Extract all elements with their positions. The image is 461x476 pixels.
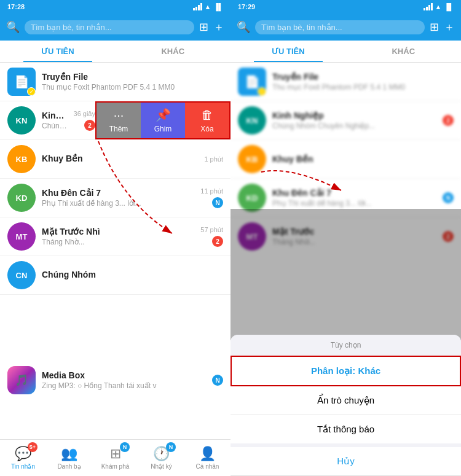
search-icon-right[interactable]: 🔍 (237, 20, 250, 34)
conv-kinh-right: KN Kinh Nghiệp Chúng Nhóm Chuyên Nghiệp.… (230, 101, 461, 140)
messages-badge: 5+ (28, 442, 37, 452)
conv-meta-kinh-nghiep: 36 giây 2 (74, 110, 95, 131)
conv-preview-media-box: Zing MP3: ○ Hồng Thanh tái xuất v (42, 381, 206, 390)
wifi-icon: ▲ (205, 3, 211, 10)
conv-mat-truoc[interactable]: MT Mặt Trước Nhì Tháng Nhờ... 57 phút 2 (0, 217, 230, 256)
add-icon-left[interactable]: ＋ (213, 20, 224, 34)
search-icon-left[interactable]: 🔍 (6, 20, 20, 34)
conv-body-truyen-file: Truyền File Thu mục Foxit Phantom PDF 5.… (42, 72, 217, 92)
profile-icon: 👤 (199, 446, 216, 462)
avatar-truyen-file: 📄 ✓ (7, 68, 36, 96)
tab-bar-contacts[interactable]: 👥 Danh bạ (46, 440, 92, 476)
tab-priority-right[interactable]: ƯU TIÊN (230, 41, 346, 62)
context-overlay: Tùy chọn Phân loại: Khác Ẩn trò chuyện T… (230, 209, 461, 476)
avatar-kinh-nghiep: KN (7, 106, 36, 135)
conv-name-mat-truoc: Mặt Trước Nhì (42, 227, 194, 236)
context-menu: Tùy chọn Phân loại: Khác Ẩn trò chuyện T… (230, 335, 461, 476)
conv-body-khu-den: Khu Đên Cải 7 Phụ Thi xuất dề hàng 3... … (42, 188, 194, 208)
contacts-label: Danh bạ (57, 463, 81, 470)
swipe-more-btn[interactable]: ··· Thêm (97, 103, 141, 138)
conv-meta-khuy-ben: 1 phút (204, 155, 223, 163)
avatar-file-right: 📄 ✓ (238, 68, 266, 96)
tab-other-left[interactable]: KHÁC (116, 41, 231, 62)
left-panel: 17:28 ▲ ▐▌ 🔍 ⊞ ＋ ƯU TIÊN KHÁC (0, 0, 230, 476)
tab-bar-left: 💬 Tin nhắn 5+ 👥 Danh bạ ⊞ Khám phá N 🕐 N… (0, 439, 230, 476)
swipe-delete-btn[interactable]: 🗑 Xóa (185, 103, 229, 138)
status-bar-left: 17:28 ▲ ▐▌ (0, 0, 230, 14)
status-bar-right: 17:29 ▲ ▐▌ (230, 0, 461, 14)
conv-media-box[interactable]: 🎵 Media Box Zing MP3: ○ Hồng Thanh tái x… (0, 361, 230, 399)
battery-icon: ▐▌ (213, 3, 223, 10)
search-wrap-right[interactable] (255, 20, 425, 34)
swipe-actions: ··· Thêm 📌 Ghim 🗑 Xóa (95, 101, 230, 139)
explore-badge: N (120, 442, 130, 452)
add-icon-right[interactable]: ＋ (444, 20, 455, 34)
tabs-right: ƯU TIÊN KHÁC (230, 41, 461, 63)
conv-name-truyen-file: Truyền File (42, 72, 217, 82)
status-icons-right: ▲ ▐▌ (424, 3, 454, 10)
conv-list-left: 📄 ✓ Truyền File Thu mục Foxit Phantom PD… (0, 63, 230, 439)
diary-label: Nhật ký (151, 463, 171, 470)
tab-priority-left[interactable]: ƯU TIÊN (0, 41, 116, 62)
conv-kinh-nghiep[interactable]: KN Kinh Nghiệp Chúng Nhóm Chuyên Nghiệp.… (0, 101, 230, 140)
conv-preview-khu-den: Phụ Thi xuất dề hàng 3... lời... (42, 199, 194, 208)
conv-chung-nhom[interactable]: CN Chúng Nhóm (0, 256, 230, 295)
conv-name-kinh-nghiep: Kinh Nghiệp (42, 111, 68, 120)
conv-preview-truyen-file: Thu mục Foxit Phantom PDF 5.4 1 MM0 (42, 83, 217, 92)
avatar-khu-den: KD (7, 184, 36, 212)
conv-name-chung-nhom: Chúng Nhóm (42, 270, 217, 279)
swipe-pin-btn[interactable]: 📌 Ghim (141, 103, 185, 138)
avatar-media-box: 🎵 (7, 366, 36, 394)
wifi-icon-right: ▲ (435, 3, 442, 10)
explore-label: Khám phá (101, 463, 130, 470)
diary-badge: N (166, 442, 176, 452)
swipe-more-label: Thêm (109, 125, 128, 133)
conv-body-chung-nhom: Chúng Nhóm (42, 270, 217, 281)
contacts-icon: 👥 (61, 446, 77, 462)
conv-truyen-file-right: 📄 ✓ Truyền File Thu mục Foxit Phantom PD… (230, 63, 461, 101)
right-panel: 17:29 ▲ ▐▌ 🔍 ⊞ ＋ ƯU TIÊN KHÁC (230, 0, 461, 476)
signal-icon (193, 3, 202, 10)
qr-icon-right[interactable]: ⊞ (430, 20, 439, 34)
avatar-khuy-ben: KB (7, 145, 36, 173)
conv-name-khuy-ben: Khuy Bền (42, 154, 198, 163)
delete-icon: 🗑 (201, 108, 213, 122)
conv-preview-kinh-nghiep: Chúng Nhóm Chuyên Nghiệp... (42, 122, 68, 130)
tab-other-right[interactable]: KHÁC (346, 41, 462, 62)
arrow-right (230, 160, 461, 209)
conv-truyen-file[interactable]: 📄 ✓ Truyền File Thu mục Foxit Phantom PD… (0, 63, 230, 101)
tab-bar-diary[interactable]: 🕐 Nhật ký N (138, 440, 184, 476)
qr-icon-left[interactable]: ⊞ (199, 20, 208, 34)
conv-preview-mat-truoc: Tháng Nhờ... (42, 238, 194, 246)
conv-body-khuy-ben: Khuy Bền (42, 154, 198, 165)
time-right: 17:29 (238, 3, 255, 10)
conv-body-media-box: Media Box Zing MP3: ○ Hồng Thanh tái xuấ… (42, 370, 206, 390)
time-left: 17:28 (7, 3, 25, 10)
search-input-right[interactable] (261, 23, 419, 32)
pin-icon: 📌 (156, 107, 171, 122)
search-wrap-left[interactable] (25, 20, 194, 34)
context-item-classify[interactable]: Phân loại: Khác (230, 356, 461, 386)
conv-body-mat-truoc: Mặt Trước Nhì Tháng Nhờ... (42, 227, 194, 246)
context-cancel-btn[interactable]: Hủy (230, 447, 461, 476)
conv-khuy-ben[interactable]: KB Khuy Bền 1 phút (0, 140, 230, 179)
tab-bar-messages[interactable]: 💬 Tin nhắn 5+ (0, 440, 46, 476)
tab-bar-explore[interactable]: ⊞ Khám phá N (92, 440, 138, 476)
context-item-hide[interactable]: Ẩn trò chuyện (230, 386, 461, 415)
swipe-delete-label: Xóa (200, 125, 213, 133)
tab-bar-profile[interactable]: 👤 Cá nhân (184, 440, 230, 476)
search-input-left[interactable] (31, 23, 188, 32)
messages-label: Tin nhắn (11, 463, 35, 470)
status-icons-left: ▲ ▐▌ (193, 3, 223, 10)
signal-icon-right (424, 3, 433, 10)
avatar-chung-nhom: CN (7, 261, 36, 289)
conv-body-kinh-nghiep: Kinh Nghiệp Chúng Nhóm Chuyên Nghiệp... (42, 111, 68, 130)
context-item-mute[interactable]: Tắt thông báo (230, 415, 461, 443)
profile-label: Cá nhân (196, 463, 219, 470)
conv-meta-mat-truoc: 57 phút 2 (200, 226, 223, 247)
context-title: Tùy chọn (230, 335, 461, 356)
conv-khu-den[interactable]: KD Khu Đên Cải 7 Phụ Thi xuất dề hàng 3.… (0, 179, 230, 217)
verified-badge: ✓ (27, 87, 36, 96)
more-dots-icon: ··· (114, 108, 124, 122)
swipe-pin-label: Ghim (154, 125, 172, 133)
